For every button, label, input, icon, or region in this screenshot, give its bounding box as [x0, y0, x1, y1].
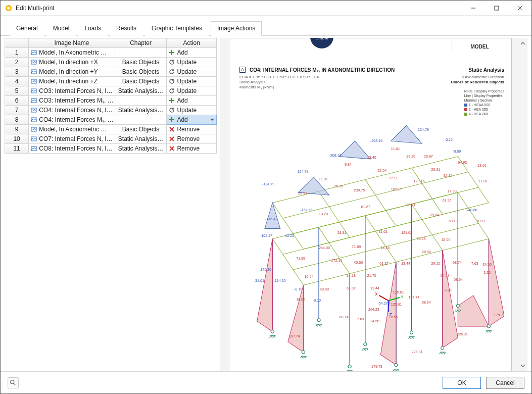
svg-text:121.08: 121.08: [401, 231, 412, 235]
image-name-cell[interactable]: CO4: Internal Forces Mᵧ, …: [29, 115, 115, 125]
preview-subtitle-left: CO4 = 1.35 * LC1 + 1.50 * LC2 + 0.90 * L…: [239, 75, 319, 90]
image-name-cell[interactable]: CO3: Internal Forces N, I…: [29, 86, 115, 96]
chapter-cell[interactable]: Static Analysis…: [115, 106, 167, 115]
svg-text:29.04: 29.04: [430, 213, 439, 217]
chapter-cell[interactable]: [115, 96, 167, 106]
svg-text:28.80: 28.80: [320, 287, 329, 291]
table-row[interactable]: 8CO4: Internal Forces Mᵧ, …Add: [5, 115, 217, 125]
image-name-cell[interactable]: Model, In direction +X: [29, 58, 115, 67]
svg-text:-0.10: -0.10: [313, 299, 321, 303]
chapter-cell[interactable]: Basic Objects: [115, 125, 167, 134]
tab-model[interactable]: Model: [46, 21, 76, 36]
action-cell[interactable]: Add: [167, 96, 217, 106]
help-button[interactable]: [8, 377, 19, 388]
svg-text:125.61: 125.61: [391, 303, 402, 307]
action-cell[interactable]: Update: [167, 77, 217, 86]
tab-strip: GeneralModelLoadsResultsGraphic Template…: [1, 16, 531, 36]
action-cell[interactable]: Update: [167, 86, 217, 96]
svg-text:9.84: 9.84: [345, 163, 352, 167]
table-row[interactable]: 1Model, In Axonometric …Add: [5, 48, 217, 58]
chapter-cell[interactable]: [115, 48, 167, 58]
svg-text:29.20: 29.20: [406, 155, 415, 159]
table-row[interactable]: 9Model, In Axonometric …Basic ObjectsRem…: [5, 125, 217, 134]
chapter-cell[interactable]: Static Analysis…: [115, 86, 167, 96]
row-number: 11: [5, 144, 29, 154]
chapter-cell[interactable]: Static Analysis…: [115, 144, 167, 154]
action-cell[interactable]: Remove: [167, 134, 217, 144]
tab-graphic-templates[interactable]: Graphic Templates: [145, 21, 209, 36]
table-row[interactable]: 11CO8: Internal Forces N, I…Static Analy…: [5, 144, 217, 154]
ok-button[interactable]: OK: [443, 377, 481, 389]
vertical-scrollbar[interactable]: [519, 40, 526, 369]
table-row[interactable]: 3Model, In direction +YBasic ObjectsUpda…: [5, 67, 217, 77]
minimize-button[interactable]: [462, 1, 485, 16]
image-name-cell[interactable]: Model, In direction +Z: [29, 77, 115, 86]
action-cell[interactable]: Remove: [167, 125, 217, 134]
table-row[interactable]: 2Model, In direction +XBasic ObjectsUpda…: [5, 58, 217, 67]
svg-text:61.37: 61.37: [347, 286, 356, 290]
chapter-cell[interactable]: [115, 115, 167, 125]
action-cell[interactable]: Update: [167, 67, 217, 77]
maximize-button[interactable]: [485, 1, 508, 16]
svg-text:-145.36: -145.36: [259, 268, 271, 272]
svg-text:179.73: 179.73: [494, 313, 504, 317]
table-row[interactable]: 4Model, In direction +ZBasic ObjectsUpda…: [5, 77, 217, 86]
svg-text:Y: Y: [401, 295, 404, 300]
svg-point-1: [7, 7, 10, 10]
table-row[interactable]: 10CO7: Internal Forces N, I…Static Analy…: [5, 134, 217, 144]
svg-text:244.00: 244.00: [319, 246, 330, 250]
svg-text:10.20: 10.20: [319, 212, 328, 216]
cancel-button[interactable]: Cancel: [486, 377, 524, 389]
svg-point-106: [11, 380, 14, 383]
table-row[interactable]: 6CO3: Internal Forces Mᵧ, …Add: [5, 96, 217, 106]
chapter-cell[interactable]: Basic Objects: [115, 58, 167, 67]
model-box: MODEL: [452, 40, 507, 53]
svg-text:120.16: 120.16: [414, 179, 425, 183]
chapter-cell[interactable]: Static Analysis…: [115, 134, 167, 144]
action-cell[interactable]: Update: [167, 58, 217, 67]
tab-image-actions[interactable]: Image Actions: [211, 21, 262, 36]
image-name-cell[interactable]: Model, In Axonometric …: [29, 125, 115, 134]
table-row[interactable]: 5CO3: Internal Forces N, I…Static Analys…: [5, 86, 217, 96]
svg-text:226.31: 226.31: [412, 350, 423, 354]
row-number: 2: [5, 58, 29, 67]
svg-text:179.73: 179.73: [371, 365, 382, 369]
svg-text:71.89: 71.89: [296, 257, 305, 261]
chapter-cell[interactable]: Basic Objects: [115, 67, 167, 77]
image-actions-table: Image Name Chapter Action 1Model, In Axo…: [5, 38, 217, 154]
tab-loads[interactable]: Loads: [78, 21, 108, 36]
scroll-down-icon[interactable]: [519, 362, 526, 369]
image-name-cell[interactable]: CO3: Internal Forces Mᵧ, …: [29, 96, 115, 106]
svg-text:17.30: 17.30: [448, 189, 457, 193]
image-name-cell[interactable]: CO4: Internal Forces N, I…: [29, 106, 115, 115]
scroll-up-icon[interactable]: [519, 40, 526, 47]
image-name-cell[interactable]: CO8: Internal Forces N, I…: [29, 144, 115, 154]
svg-text:10.55: 10.55: [389, 315, 398, 319]
action-cell[interactable]: Update: [167, 106, 217, 115]
chapter-cell[interactable]: Basic Objects: [115, 77, 167, 86]
svg-text:-0.10: -0.10: [294, 287, 302, 291]
svg-text:-31.01: -31.01: [254, 279, 264, 283]
close-button[interactable]: [508, 1, 531, 16]
svg-text:-145.42: -145.42: [265, 217, 277, 221]
image-name-cell[interactable]: CO7: Internal Forces N, I…: [29, 134, 115, 144]
svg-text:34.50: 34.50: [370, 319, 379, 323]
action-cell[interactable]: Remove: [167, 144, 217, 154]
svg-text:31.01: 31.01: [378, 230, 388, 234]
image-name-cell[interactable]: Model, In Axonometric …: [29, 48, 115, 58]
svg-text:13.44: 13.44: [370, 286, 379, 290]
svg-text:26.97: 26.97: [298, 191, 307, 195]
svg-text:82.12: 82.12: [444, 174, 453, 178]
tab-results[interactable]: Results: [110, 21, 143, 36]
sub-right-2: Colors of Rendered Objects: [451, 80, 504, 84]
action-cell[interactable]: Add: [167, 48, 217, 58]
dialog-window: Edit Multi-print GeneralModelLoadsResult…: [0, 0, 532, 394]
tab-general[interactable]: General: [10, 21, 44, 36]
plot-svg: Y X Z: [236, 104, 504, 371]
table-row[interactable]: 7CO4: Internal Forces N, I…Static Analys…: [5, 106, 217, 115]
image-icon: [31, 88, 37, 94]
action-cell[interactable]: Add: [167, 115, 217, 125]
svg-text:54.27: 54.27: [441, 274, 450, 278]
image-name-cell[interactable]: Model, In direction +Y: [29, 67, 115, 77]
svg-text:-208.16: -208.16: [329, 154, 341, 158]
